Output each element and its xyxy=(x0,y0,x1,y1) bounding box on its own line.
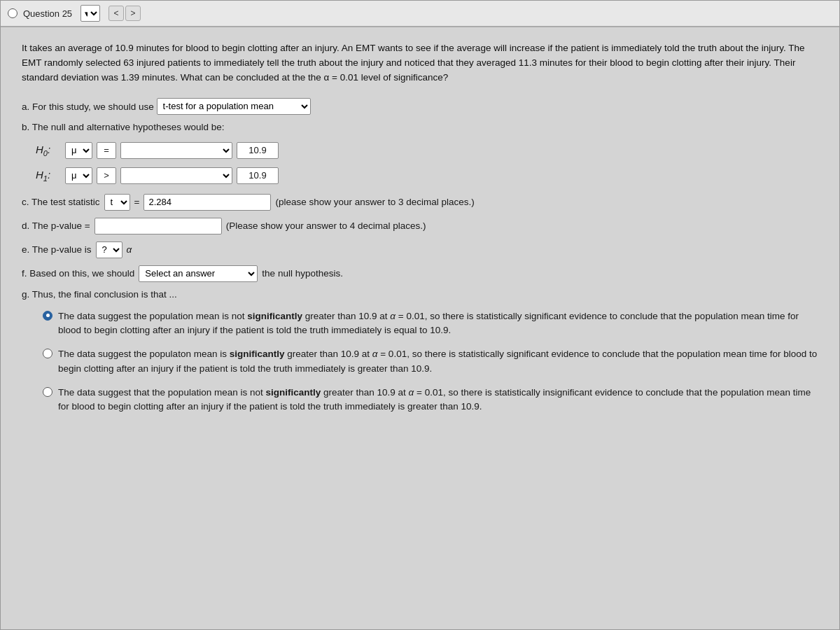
part-d-label: d. The p-value = xyxy=(22,220,90,231)
pvalue-input[interactable] xyxy=(94,218,222,234)
h0-operator: = xyxy=(97,142,116,159)
bold-2: significantly xyxy=(230,349,285,359)
part-f: f. Based on this, we should Select an an… xyxy=(22,265,818,282)
radio-2[interactable] xyxy=(43,349,52,358)
part-b-label: b. The null and alternative hypotheses w… xyxy=(22,122,224,132)
comparison-select[interactable]: ? < > = xyxy=(96,241,122,258)
h1-condition-select[interactable] xyxy=(120,167,232,184)
question-radio[interactable] xyxy=(8,8,18,18)
title-bar: Question 25 ▾ < > xyxy=(1,1,839,27)
main-window: Question 25 ▾ < > It takes an average of… xyxy=(0,0,840,630)
part-f-rest: the null hypothesis. xyxy=(262,268,343,279)
radio-3[interactable] xyxy=(43,387,52,397)
conclusion-option-1[interactable]: The data suggest the population mean is … xyxy=(43,309,818,338)
part-c: c. The test statistic t z = (please show… xyxy=(22,194,818,211)
part-f-label: f. Based on this, we should xyxy=(22,268,134,279)
part-g-label: g. Thus, the final conclusion is that ..… xyxy=(22,289,177,300)
conclusion-option-2[interactable]: The data suggest the populaton mean is s… xyxy=(43,347,818,376)
part-d: d. The p-value = (Please show your answe… xyxy=(22,218,818,234)
part-e: e. The p-value is ? < > = α xyxy=(22,241,818,258)
h1-value: 10.9 xyxy=(237,167,279,184)
part-c-label: c. The test statistic xyxy=(22,197,100,207)
conclusion-text-2: The data suggest the populaton mean is s… xyxy=(58,347,818,376)
question-dropdown[interactable]: ▾ xyxy=(80,5,100,22)
test-type-select[interactable]: t-test for a population mean xyxy=(157,98,311,115)
conclusion-block: The data suggest the population mean is … xyxy=(43,309,818,414)
part-c-equals: = xyxy=(134,197,140,207)
prev-button[interactable]: < xyxy=(108,6,124,21)
conclusion-option-3[interactable]: The data suggest that the population mea… xyxy=(43,386,818,414)
question-title: Question 25 xyxy=(23,8,72,19)
part-e-label: e. The p-value is xyxy=(22,244,92,255)
content-area: It takes an average of 10.9 minutes for … xyxy=(1,27,839,444)
h0-var-select[interactable]: μ σ p xyxy=(65,142,92,159)
next-button[interactable]: > xyxy=(125,6,141,21)
part-b: b. The null and alternative hypotheses w… xyxy=(22,122,818,132)
h1-label: H1: xyxy=(36,169,61,183)
null-hypothesis-action-select[interactable]: Select an answer fail to reject reject a… xyxy=(139,265,258,282)
part-d-note: (Please show your answer to 4 decimal pl… xyxy=(226,220,426,231)
conclusion-text-1: The data suggest the population mean is … xyxy=(58,309,818,338)
h1-row: H1: μ σ p > 10.9 xyxy=(36,167,818,184)
stat-var-select[interactable]: t z xyxy=(104,194,130,211)
h0-value: 10.9 xyxy=(237,142,279,159)
bold-1: significantly xyxy=(247,311,302,321)
part-a: a. For this study, we should use t-test … xyxy=(22,98,818,115)
part-e-alpha: α xyxy=(127,244,132,255)
h1-operator: > xyxy=(97,167,116,184)
nav-buttons: < > xyxy=(108,6,141,21)
bold-3: significantly xyxy=(265,387,321,398)
h0-label: H0: xyxy=(36,144,61,158)
part-g: g. Thus, the final conclusion is that ..… xyxy=(22,289,818,300)
stat-value-input[interactable] xyxy=(144,194,271,211)
radio-1[interactable] xyxy=(43,311,52,321)
hypothesis-block: H0: μ σ p = 10.9 H1: μ σ p xyxy=(36,142,818,184)
h1-var-select[interactable]: μ σ p xyxy=(65,167,92,184)
part-a-label: a. For this study, we should use xyxy=(22,101,154,111)
h0-row: H0: μ σ p = 10.9 xyxy=(36,142,818,159)
conclusion-text-3: The data suggest that the population mea… xyxy=(58,386,818,414)
h0-condition-select[interactable] xyxy=(120,142,232,159)
part-c-note: (please show your answer to 3 decimal pl… xyxy=(275,197,474,207)
question-text: It takes an average of 10.9 minutes for … xyxy=(22,41,818,85)
